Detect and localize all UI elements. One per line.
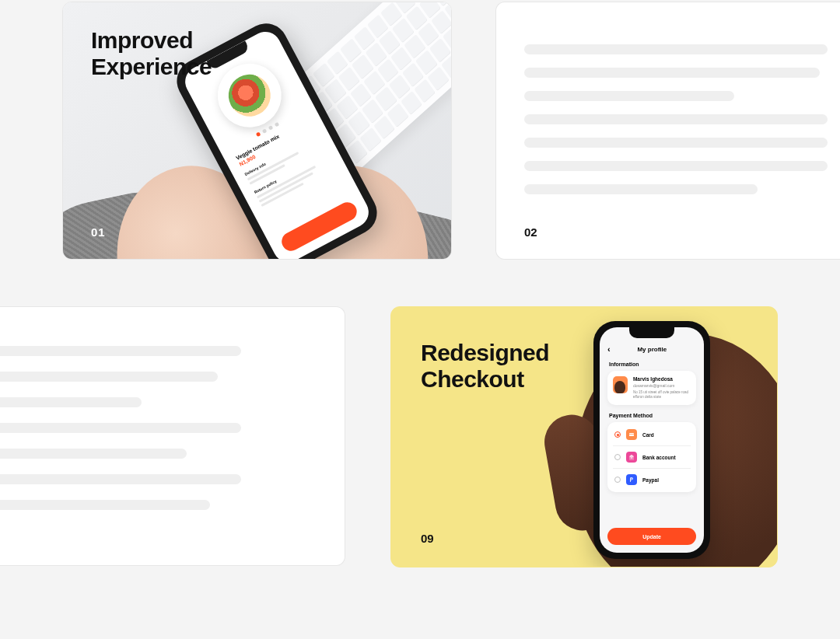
payment-option-label: Paypal	[642, 477, 659, 483]
profile-topbar: ‹ My profile	[607, 344, 696, 354]
payment-option-paypal: Paypal	[613, 468, 691, 491]
payment-option-card: Card	[613, 424, 691, 445]
card-title: Redesigned Checkout	[421, 340, 549, 392]
svg-rect-1	[629, 434, 634, 435]
skeleton-line	[0, 449, 187, 459]
card-index: 02	[524, 225, 537, 239]
feature-card-02[interactable]: 02	[495, 2, 840, 260]
skeleton-line	[0, 500, 210, 510]
skeleton-line	[0, 346, 241, 356]
phone-notch	[629, 327, 674, 338]
payment-option-bank: Bank account	[613, 445, 691, 468]
card-index: 01	[91, 225, 106, 239]
skeleton-line	[524, 114, 828, 124]
skeleton-body	[0, 346, 259, 526]
skeleton-line	[524, 68, 820, 78]
card-title: Improved Experience	[91, 27, 212, 79]
phone-mockup-profile: ‹ My profile Information Marvis Ighedosa…	[593, 321, 710, 559]
information-label: Information	[609, 361, 695, 367]
payment-option-label: Bank account	[642, 455, 676, 460]
skeleton-line	[524, 44, 828, 54]
radio-selected-icon	[614, 431, 621, 438]
skeleton-line	[0, 397, 142, 407]
paypal-icon	[626, 474, 637, 485]
user-name: Marvis Ighedosa	[633, 376, 691, 382]
bank-icon	[626, 452, 637, 463]
user-email: dosamarvis@gmail.com	[633, 383, 691, 388]
info-panel: Marvis Ighedosa dosamarvis@gmail.com No …	[607, 371, 696, 405]
skeleton-body	[524, 44, 840, 208]
skeleton-line	[0, 474, 241, 484]
phone-screen: ‹ My profile Information Marvis Ighedosa…	[600, 327, 704, 553]
payment-option-label: Card	[642, 432, 654, 438]
avatar	[613, 376, 628, 393]
skeleton-line	[524, 161, 828, 171]
feature-card-09[interactable]: ‹ My profile Information Marvis Ighedosa…	[390, 306, 778, 567]
card-index: 09	[421, 532, 434, 545]
radio-unselected-icon	[614, 477, 621, 483]
skeleton-line	[524, 138, 828, 148]
feature-card-skeleton[interactable]	[0, 306, 345, 566]
payment-panel: Card Bank account Paypal	[607, 422, 696, 492]
update-button: Update	[607, 528, 696, 545]
feature-card-01[interactable]: Veggie tomato mix N1,900 Delivery info R…	[62, 2, 452, 260]
skeleton-line	[0, 423, 241, 433]
skeleton-line	[524, 91, 734, 101]
card-icon	[626, 429, 637, 440]
skeleton-line	[524, 184, 758, 194]
user-address: No 15 uti street off ovie palace road ef…	[633, 390, 691, 400]
radio-unselected-icon	[614, 454, 621, 460]
screen-title: My profile	[608, 346, 696, 353]
payment-method-label: Payment Method	[609, 413, 695, 418]
skeleton-line	[0, 372, 218, 382]
